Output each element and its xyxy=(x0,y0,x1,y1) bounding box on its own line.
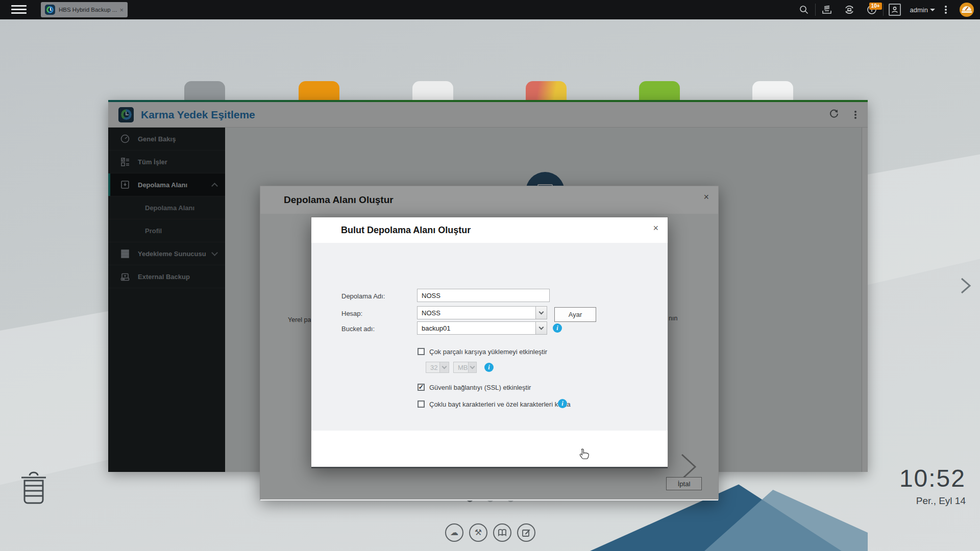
encode-label: Çoklu bayt karakterleri ve özel karakter… xyxy=(429,400,571,408)
select-chevron-icon xyxy=(439,362,449,372)
ssl-checkbox[interactable]: ✓ xyxy=(418,384,425,391)
storage-name-label: Depolama Adı: xyxy=(341,292,385,300)
account-settings-button[interactable]: Ayar xyxy=(554,307,596,322)
part-unit-select: MB xyxy=(453,362,477,373)
dialog-create-cloud-storage: Bulut Depolama Alanı Oluştur × Depolama … xyxy=(311,217,668,468)
help-center-icon[interactable] xyxy=(493,523,511,542)
notification-badge: 10+ xyxy=(869,3,882,10)
desktop-next-page-icon[interactable] xyxy=(960,277,972,296)
user-name-label[interactable]: admin xyxy=(910,6,928,14)
clock-date: Per., Eyl 14 xyxy=(843,495,966,507)
account-label: Hesap: xyxy=(341,310,362,317)
user-avatar[interactable] xyxy=(884,0,906,19)
close-icon[interactable]: × xyxy=(653,223,658,233)
dialog-bottom-strip xyxy=(311,467,668,468)
desktop-dock: ☁ ⚒ xyxy=(445,523,535,542)
storage-name-input[interactable] xyxy=(417,289,550,302)
hbs-app-icon xyxy=(45,5,55,15)
taskbar-tab-hbs[interactable]: HBS Hybrid Backup ... × xyxy=(41,2,128,17)
part-size-select: 32 xyxy=(426,362,449,373)
select-chevron-icon xyxy=(535,307,547,319)
info-icon[interactable]: i xyxy=(553,323,562,333)
external-device-icon[interactable] xyxy=(838,0,861,19)
search-icon[interactable] xyxy=(793,0,815,19)
dialog-footer: Uygula İptal xyxy=(311,431,668,467)
utilities-icon[interactable]: ⚒ xyxy=(469,523,487,542)
feedback-icon[interactable] xyxy=(517,523,535,542)
select-chevron-icon xyxy=(535,322,547,334)
notifications-icon[interactable]: 10+ xyxy=(861,0,883,19)
account-select[interactable]: NOSS xyxy=(417,306,547,319)
recycle-bin-icon[interactable] xyxy=(19,471,48,507)
select-chevron-icon xyxy=(468,362,477,372)
background-tasks-icon[interactable] xyxy=(816,0,838,19)
multipart-label: Çok parçalı karşıya yüklemeyi etkinleşti… xyxy=(429,348,547,356)
taskbar-tab-label: HBS Hybrid Backup ... xyxy=(59,7,118,13)
tab-close-icon[interactable]: × xyxy=(119,6,124,14)
myqnapcloud-icon[interactable]: ☁ xyxy=(445,523,463,542)
main-menu-icon[interactable] xyxy=(11,5,27,14)
chevron-down-icon xyxy=(930,9,935,11)
bucket-label: Bucket adı: xyxy=(341,325,375,333)
multipart-checkbox[interactable] xyxy=(418,348,425,355)
info-icon[interactable]: i xyxy=(484,363,494,372)
taskbar: HBS Hybrid Backup ... × 10+ admin xyxy=(0,0,980,19)
info-icon[interactable]: i xyxy=(558,399,567,408)
bucket-select[interactable]: backup01 xyxy=(417,321,547,335)
encode-checkbox[interactable] xyxy=(418,400,425,408)
dialog-title: Bulut Depolama Alanı Oluştur xyxy=(341,225,471,236)
more-options-icon[interactable] xyxy=(938,0,953,19)
resource-monitor-icon[interactable] xyxy=(953,0,980,19)
ssl-label: Güvenli bağlantıyı (SSL) etkinleştir xyxy=(429,384,531,391)
